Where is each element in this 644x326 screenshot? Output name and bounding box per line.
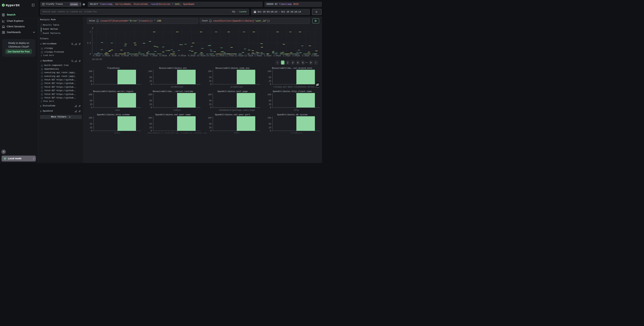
svg-text:0: 0 [210, 130, 212, 132]
svg-text:4:00pm: 4:00pm [311, 55, 319, 57]
svg-text:ResourceAttribu..cel.branch_ho: ResourceAttribu..cel.branch_host [272, 67, 312, 69]
svg-text:ResourceAttributes.node.env: ResourceAttributes.node.env [216, 67, 250, 69]
svg-text:50: 50 [90, 100, 92, 102]
svg-text:production: production [171, 86, 183, 88]
svg-text:0: 0 [151, 106, 152, 109]
svg-text:SpanAttributes.http.scheme: SpanAttributes.http.scheme [97, 114, 130, 116]
svg-text:25: 25 [90, 80, 92, 82]
svg-text:100: 100 [208, 94, 212, 96]
svg-text:100: 100 [88, 70, 92, 73]
svg-text:2:30pm: 2:30pm [283, 55, 290, 57]
svg-text:50: 50 [269, 76, 271, 79]
svg-text:25: 25 [269, 127, 271, 129]
svg-text:0.5: 0.5 [87, 42, 91, 44]
svg-text:25: 25 [90, 127, 92, 129]
svg-text:0: 0 [90, 53, 91, 55]
svg-text:SpanAttributes.db.system: SpanAttributes.db.system [277, 114, 307, 116]
svg-text:0: 0 [151, 83, 152, 86]
svg-text:5:30am: 5:30am [112, 55, 120, 57]
svg-text:0: 0 [270, 130, 271, 132]
svg-text:50: 50 [209, 100, 212, 102]
svg-text:production: production [230, 86, 243, 88]
svg-text:4:30am: 4:30am [93, 55, 100, 57]
svg-text:6:00am: 6:00am [121, 55, 129, 57]
svg-text:SpanAttributes.net.peer.port: SpanAttributes.net.peer.port [215, 114, 250, 116]
svg-text:3:00pm: 3:00pm [292, 55, 300, 57]
svg-text:50: 50 [269, 100, 271, 102]
svg-text:clickhouse: clickhouse [290, 132, 302, 133]
svg-text:25: 25 [150, 80, 152, 82]
svg-text:25: 25 [209, 127, 212, 129]
svg-text:25: 25 [90, 103, 92, 106]
svg-text:0: 0 [210, 83, 212, 86]
svg-text:50: 50 [90, 123, 92, 125]
svg-text:6:30am: 6:30am [131, 55, 138, 57]
svg-text:8:00am: 8:00am [160, 55, 167, 57]
svg-text:100: 100 [208, 117, 212, 119]
svg-text:50: 50 [150, 123, 152, 125]
svg-text:iad1: iad1 [115, 109, 120, 111]
svg-text:1:00pm: 1:00pm [254, 55, 262, 57]
svg-text:100: 100 [148, 70, 152, 73]
svg-text:SpanAttributes.next.page: SpanAttributes.next.page [218, 90, 248, 93]
svg-text:25: 25 [209, 80, 212, 82]
svg-text:100: 100 [268, 117, 271, 119]
svg-text:50: 50 [209, 76, 212, 79]
svg-text:50: 50 [269, 123, 271, 125]
svg-text:ResourceAttribu...vercel.runti: ResourceAttribu...vercel.runtime [153, 90, 193, 93]
svg-text:100: 100 [148, 117, 152, 119]
svg-text:1:30pm: 1:30pm [264, 55, 271, 57]
svg-text:9:30am: 9:30am [188, 55, 196, 57]
svg-text:0: 0 [270, 83, 271, 86]
svg-text:SpanAttributes.net.peer.name: SpanAttributes.net.peer.name [155, 114, 190, 116]
svg-text:100: 100 [88, 117, 92, 119]
svg-text:TraceState: TraceState [107, 67, 120, 69]
svg-text:8:30am: 8:30am [169, 55, 176, 57]
svg-text:/dashboard/[package_name]/page: /dashboard/[package_name]/page [218, 109, 255, 111]
svg-text:8443: 8443 [234, 132, 239, 133]
svg-text:SpanAttributes.http.client.nam: SpanAttributes.http.client.name [273, 90, 312, 93]
svg-text:100: 100 [208, 70, 212, 73]
svg-text:12:00pm: 12:00pm [235, 55, 244, 57]
svg-text:100: 100 [148, 94, 152, 96]
svg-text:9:00am: 9:00am [178, 55, 186, 57]
svg-text:http: http [294, 109, 299, 111]
svg-text:0: 0 [270, 106, 271, 109]
svg-text:7:00am: 7:00am [140, 55, 148, 57]
svg-text:25: 25 [150, 127, 152, 129]
svg-text:0: 0 [151, 130, 152, 132]
svg-text:7:30am: 7:30am [150, 55, 158, 57]
svg-text:clickpy-git-main-clickhouse.ve: clickpy-git-main-clickhouse.vercel.app [273, 86, 320, 88]
svg-text:25: 25 [269, 103, 271, 106]
svg-text:0: 0 [91, 83, 92, 86]
svg-text:50: 50 [209, 123, 212, 125]
svg-text:z5prz9ggc4.us-central1.gcp.cli: z5prz9ggc4.us-central1.gcp.clickhouse-st… [148, 132, 207, 133]
svg-text:nodejs: nodejs [174, 109, 181, 111]
svg-text:10/10/25: 10/10/25 [92, 58, 102, 61]
svg-text:https: https [114, 132, 120, 133]
svg-text:2:00pm: 2:00pm [273, 55, 281, 57]
svg-text:1: 1 [90, 31, 91, 33]
svg-text:11:30am: 11:30am [225, 55, 234, 57]
svg-text:ResourceAttributes.vercel.regi: ResourceAttributes.vercel.region [93, 90, 134, 93]
svg-text:0: 0 [91, 130, 92, 132]
svg-text:50: 50 [90, 76, 92, 79]
svg-text:0: 0 [210, 106, 212, 109]
svg-text:25: 25 [269, 80, 271, 82]
svg-text:100: 100 [268, 70, 271, 73]
svg-text:25: 25 [150, 103, 152, 106]
svg-text:50: 50 [150, 76, 152, 79]
svg-text:ResourceAttributes.env: ResourceAttributes.env [159, 67, 187, 69]
svg-text:11:00am: 11:00am [216, 55, 224, 57]
svg-text:5:00am: 5:00am [102, 55, 110, 57]
svg-text:25: 25 [209, 103, 212, 106]
svg-text:50: 50 [150, 100, 152, 102]
svg-text:100: 100 [88, 94, 92, 96]
svg-text:10:00am: 10:00am [197, 55, 206, 57]
svg-text:10:30am: 10:30am [206, 55, 215, 57]
svg-text:3:30pm: 3:30pm [302, 55, 310, 57]
svg-text:12:30pm: 12:30pm [244, 55, 253, 57]
svg-text:0: 0 [91, 106, 92, 109]
svg-text:100: 100 [268, 94, 271, 96]
